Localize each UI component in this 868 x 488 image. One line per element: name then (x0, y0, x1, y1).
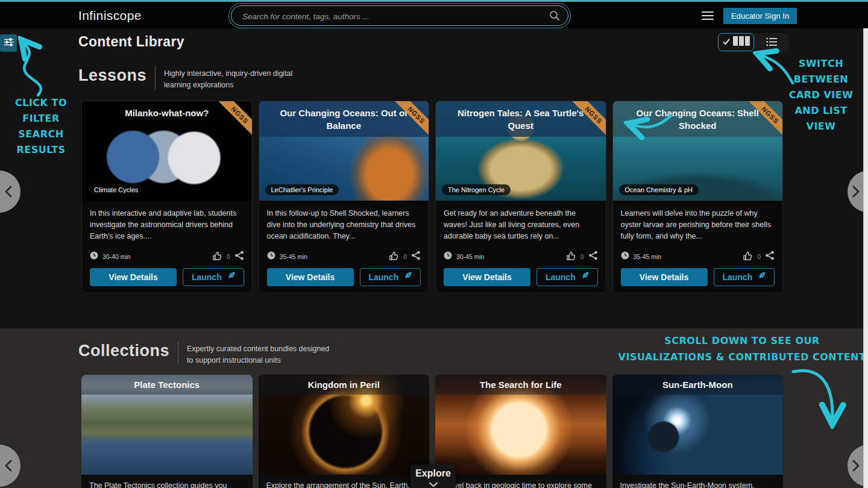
rocket-icon (403, 272, 412, 283)
view-details-button[interactable]: View Details (444, 268, 530, 286)
card-image: Our Changing Oceans: Shell Shocked Ocean… (613, 101, 783, 201)
card-image: Sun-Earth-Moon (612, 375, 784, 475)
check-icon (723, 37, 730, 48)
collections-section-header: Collections Expertly curated content bun… (78, 342, 329, 366)
filter-button[interactable] (0, 34, 17, 52)
ngss-ribbon: NGSS (744, 101, 782, 140)
clock-icon (90, 251, 98, 262)
card-description: Learners will delve into the puzzle of w… (613, 201, 783, 256)
card-view-button[interactable] (718, 33, 754, 51)
card-description: Get ready for an adventure beneath the w… (436, 201, 606, 256)
card-image: Plate Tectonics (81, 375, 253, 475)
duration-label: 35-45 min (634, 253, 662, 260)
lessons-title: Lessons (78, 66, 146, 85)
share-icon[interactable] (411, 251, 421, 263)
collections-title: Collections (78, 342, 169, 360)
collection-card[interactable]: Kingdom in Peril Explore the arrangement… (259, 375, 430, 488)
menu-icon[interactable] (702, 11, 714, 20)
launch-button[interactable]: Launch (536, 268, 597, 286)
annotation-arrow-view-toggle (763, 56, 793, 83)
card-description: Travel back in geologic time to explore … (435, 475, 606, 488)
card-tag: LeChatlier's Principle (265, 184, 339, 195)
card-description: In this interactive and adaptive lab, st… (82, 201, 252, 256)
card-image: The Search for Life (435, 375, 606, 475)
top-accent-line (0, 0, 868, 2)
lessons-section-header: Lessons Highly interactive, inquiry-driv… (78, 66, 292, 91)
lesson-card: Nitrogen Tales: A Sea Turtle's Quest The… (435, 101, 606, 293)
lesson-card: Our Changing Oceans: Out of Balance LeCh… (259, 101, 430, 293)
card-description: Explore the arrangement of the Sun, Eart… (259, 475, 430, 488)
likes-count: 0 (403, 254, 407, 260)
annotation-arrow-filter (24, 45, 41, 95)
view-toggle (718, 33, 789, 52)
thumbs-up-icon[interactable] (388, 251, 399, 263)
share-icon[interactable] (234, 251, 244, 263)
ngss-ribbon: NGSS (567, 101, 606, 140)
clock-icon (444, 251, 452, 262)
collection-card[interactable]: Plate Tectonics The Plate Tectonics coll… (81, 375, 253, 488)
search-icon[interactable] (549, 10, 560, 23)
duration-label: 30-45 min (456, 253, 485, 260)
carousel-prev-button[interactable] (0, 170, 20, 213)
card-image: Kingdom in Peril (259, 375, 430, 475)
lesson-card: Our Changing Oceans: Shell Shocked Ocean… (612, 101, 784, 293)
likes-count: 0 (227, 254, 230, 260)
lesson-card: Milanko-what-now? Climate Cycles NGSS In… (81, 101, 253, 293)
card-title: Kingdom in Peril (259, 375, 430, 395)
annotation-view-toggle-note: SWITCH BETWEEN CARD VIEW AND LIST VIEW (785, 56, 857, 134)
card-tag: Ocean Chemistry & pH (619, 184, 699, 195)
duration-label: 30-40 min (102, 253, 131, 260)
rocket-icon (226, 272, 235, 283)
explore-button[interactable]: Explore (410, 465, 456, 488)
page-title: Content Library (78, 34, 184, 50)
divider (155, 66, 156, 90)
view-details-button[interactable]: View Details (90, 268, 177, 286)
collection-card[interactable]: The Search for Life Travel back in geolo… (435, 375, 606, 488)
card-image: Our Changing Oceans: Out of Balance LeCh… (259, 101, 429, 201)
view-details-button[interactable]: View Details (267, 268, 354, 286)
rocket-icon (580, 272, 589, 283)
card-title: Plate Tectonics (81, 375, 253, 395)
card-description: Investigate the Sun-Earth-Moon system, w… (612, 475, 784, 488)
educator-sign-in-button[interactable]: Educator Sign In (723, 8, 797, 24)
card-description: In this follow-up to Shell Shocked, lear… (259, 201, 429, 256)
ngss-ribbon: NGSS (213, 101, 252, 140)
annotation-filter-note: CLICK TO FILTER SEARCH RESULTS (5, 95, 77, 158)
card-image: Milanko-what-now? Climate Cycles NGSS (82, 101, 252, 201)
card-image: Nitrogen Tales: A Sea Turtle's Quest The… (436, 101, 606, 201)
card-title: Sun-Earth-Moon (612, 375, 784, 395)
likes-count: 0 (757, 254, 761, 260)
top-navbar: Infiniscope Educator Sign In (0, 2, 868, 28)
columns-icon (733, 36, 750, 48)
likes-count: 0 (580, 254, 584, 260)
rocket-icon (756, 272, 766, 283)
launch-button[interactable]: Launch (183, 268, 244, 286)
content-library-page: Infiniscope Educator Sign In Content Lib… (0, 0, 868, 488)
view-details-button[interactable]: View Details (621, 268, 708, 286)
card-tag: Climate Cycles (88, 184, 144, 195)
sliders-icon (4, 37, 14, 49)
card-title: The Search for Life (435, 375, 606, 395)
scrollbar[interactable] (863, 28, 868, 488)
share-icon[interactable] (588, 251, 598, 263)
chevron-down-icon (429, 479, 438, 488)
list-view-button[interactable] (754, 33, 789, 52)
launch-button[interactable]: Launch (714, 268, 775, 286)
collections-subtitle: Expertly curated content bundles designe… (187, 342, 329, 366)
thumbs-up-icon[interactable] (742, 251, 753, 263)
clock-icon (621, 251, 629, 262)
lessons-row: Milanko-what-now? Climate Cycles NGSS In… (81, 101, 783, 293)
app-logo: Infiniscope (78, 8, 142, 23)
card-description: The Plate Tectonics collection guides yo… (81, 475, 253, 488)
launch-button[interactable]: Launch (360, 268, 421, 286)
clock-icon (267, 251, 275, 262)
ngss-ribbon: NGSS (390, 101, 429, 140)
search-input[interactable] (241, 6, 545, 27)
thumbs-up-icon[interactable] (565, 251, 576, 263)
collection-card[interactable]: Sun-Earth-Moon Investigate the Sun-Earth… (612, 375, 784, 488)
thumbs-up-icon[interactable] (212, 251, 222, 263)
share-icon[interactable] (765, 251, 775, 263)
list-icon (766, 37, 777, 49)
lessons-subtitle: Highly interactive, inquiry-driven digit… (164, 66, 292, 91)
duration-label: 35-45 min (280, 253, 308, 260)
